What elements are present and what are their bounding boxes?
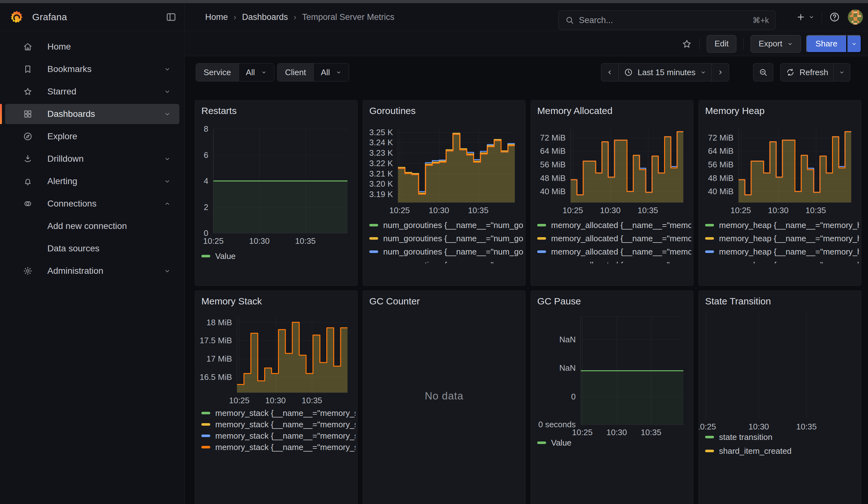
new-button[interactable] [796,12,815,22]
legend-item[interactable]: memory_heap {__name__="memory_h [705,220,859,230]
legend-item[interactable]: memory_heap {__name__="memory_h [705,260,859,263]
chevron-down-icon[interactable] [164,110,171,118]
sidebar-item-drilldown[interactable]: Drilldown [5,149,179,169]
legend-item[interactable]: memory_stack {__name__="memory_s [202,431,355,441]
panel-title[interactable]: Memory Stack [202,296,262,307]
export-button[interactable]: Export [751,35,801,53]
panel-title[interactable]: Memory Allocated [537,105,612,116]
sidebar-toggle-icon[interactable] [165,11,177,23]
chevron-down-icon[interactable] [164,267,171,275]
time-shift-forward-button[interactable] [711,63,729,81]
dashboard-toolbar: Edit Export Share [185,32,868,56]
legend: state transitionshard_item_created [705,432,859,460]
share-dropdown-button[interactable] [847,35,861,53]
panel-title[interactable]: State Transition [705,296,771,307]
legend-item[interactable]: num_goroutines {__name__="num_go [369,234,523,243]
legend-item[interactable]: memory_allocated {__name__="memo [537,220,691,230]
legend-item[interactable]: Value [537,438,691,448]
legend-label: Value [551,438,572,448]
filter-value[interactable]: All [313,63,349,81]
divider [743,38,744,50]
breadcrumb-home[interactable]: Home [205,12,228,22]
filter-value[interactable]: All [239,63,274,81]
panel-title[interactable]: Goroutines [369,105,416,116]
y-axis-label: 0 seconds [538,420,576,430]
panel-state: State Transition10:2510:3010:35state tra… [699,290,861,504]
legend-item[interactable]: memory_stack {__name__="memory_s [202,420,355,429]
legend-item[interactable]: memory_heap {__name__="memory_h [705,234,859,243]
legend-item[interactable]: memory_allocated {__name__="memo [537,247,691,256]
share-button[interactable]: Share [806,35,847,53]
chevron-right-icon [717,69,724,76]
legend-item[interactable]: state transition [705,432,859,442]
time-range-picker[interactable]: Last 15 minutes [618,63,711,81]
legend-label: memory_allocated {__name__="memo [551,247,691,256]
y-axis-label: 3.22 K [369,158,393,168]
legend-item[interactable]: memory_allocated {__name__="memo [537,234,691,243]
sidebar-item-alerting[interactable]: Alerting [5,171,179,192]
sidebar-item-administration[interactable]: Administration [5,261,179,281]
legend-label: shard_item_created [719,446,792,456]
panel-title[interactable]: GC Pause [537,296,581,307]
bell-icon [23,176,33,186]
service-filter[interactable]: Service All [196,63,274,81]
x-axis-label: 10:35 [641,428,661,438]
breadcrumb-dashboards[interactable]: Dashboards [242,12,288,22]
sidebar-item-starred[interactable]: Starred [5,81,179,102]
chevron-down-icon[interactable] [164,177,171,185]
sidebar-item-label: Dashboards [47,109,95,119]
chevron-down-icon[interactable] [164,155,171,163]
favorite-star-icon[interactable] [681,38,693,50]
plot-area[interactable]: 3.25 K3.24 K3.23 K3.22 K3.21 K3.20 K3.19… [398,129,515,203]
legend: memory_heap {__name__="memory_hmemory_he… [705,220,859,263]
plot-area[interactable]: 72 MiB64 MiB56 MiB48 MiB40 MiB10:2510:30… [738,129,851,203]
legend-item[interactable]: shard_item_created [705,446,859,456]
edit-button[interactable]: Edit [707,35,737,53]
panel-title[interactable]: GC Counter [369,296,420,307]
time-shift-back-button[interactable] [601,63,618,81]
legend-item[interactable]: num_goroutines {__name__="num_go [369,247,523,256]
legend-item[interactable]: memory_allocated {__name__="memo [537,260,691,263]
sidebar-item-home[interactable]: Home [5,37,179,57]
legend-item[interactable]: memory_heap {__name__="memory_h [705,247,859,256]
refresh-interval-dropdown[interactable] [833,63,850,81]
chevron-down-icon[interactable] [164,65,171,73]
active-accent-bar [0,104,2,124]
zoom-out-button[interactable] [753,63,773,81]
search-box[interactable]: ⌘+k [558,10,776,30]
legend-item[interactable]: Value [202,251,355,261]
plot-area[interactable]: NaNNaN00 seconds10:2510:3010:35 [580,316,683,425]
legend-dash [369,237,378,240]
search-shortcut: ⌘+k [753,16,769,25]
search-input[interactable] [579,16,748,25]
y-axis-label: NaN [559,363,576,373]
refresh-button[interactable]: Refresh [781,63,833,81]
panel-title[interactable]: Restarts [202,105,237,116]
x-axis-label: 10:35 [638,206,658,215]
sidebar-item-explore[interactable]: Explore [5,126,179,146]
avatar[interactable] [848,10,863,25]
chevron-up-icon[interactable] [164,200,171,207]
sidebar-item-add-new-connection[interactable]: Add new connection [5,216,179,236]
legend-item[interactable]: memory_stack {__name__="memory_s [202,408,355,418]
chevron-down-icon [851,41,857,47]
legend: memory_stack {__name__="memory_smemory_s… [202,408,355,454]
legend-item[interactable]: memory_stack {__name__="memory_s [202,442,355,452]
grafana-logo-icon[interactable] [9,10,24,24]
legend-item[interactable]: num_goroutines {__name__="num_go [369,220,523,230]
breadcrumb-separator: › [234,12,236,22]
legend: memory_allocated {__name__="memomemory_a… [537,220,691,263]
sidebar-item-connections[interactable]: Connections [5,194,179,214]
legend-item[interactable]: num_goroutines {__name__="num_go [369,260,523,263]
plot-area[interactable]: 8642010:2510:3010:35 [213,129,348,233]
plot-area[interactable]: 72 MiB64 MiB56 MiB48 MiB40 MiB10:2510:30… [570,129,683,203]
plot-area[interactable]: 10:2510:3010:35 [706,312,851,419]
plot-area[interactable]: 18 MiB17.5 MiB17 MiB16.5 MiB10:2510:3010… [237,316,348,393]
sidebar-item-bookmarks[interactable]: Bookmarks [5,59,179,79]
chevron-down-icon[interactable] [164,88,171,95]
sidebar-item-dashboards[interactable]: Dashboards [5,104,179,124]
sidebar-item-data-sources[interactable]: Data sources [5,238,179,259]
help-button[interactable] [829,11,840,23]
panel-title[interactable]: Memory Heap [705,105,764,116]
client-filter[interactable]: Client All [277,63,349,81]
